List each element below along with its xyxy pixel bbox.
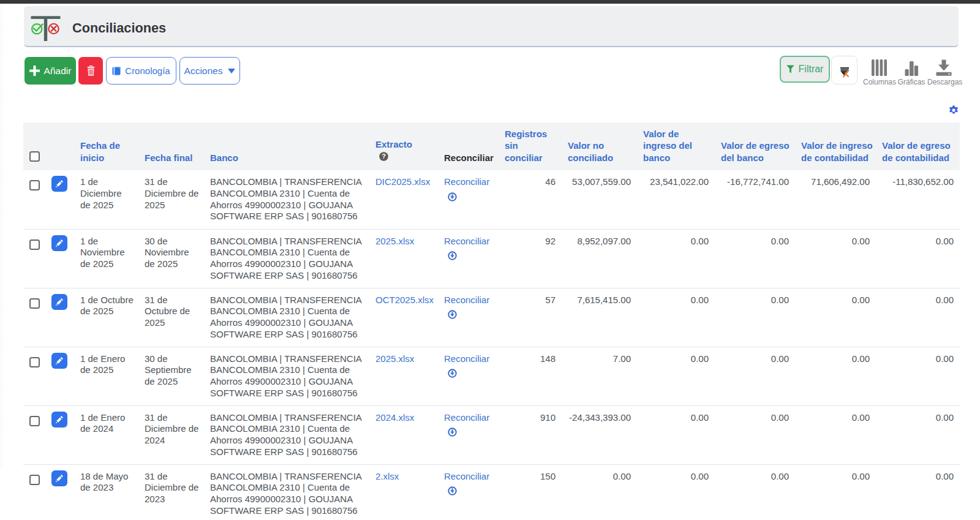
svg-text:?: ?: [382, 153, 386, 160]
